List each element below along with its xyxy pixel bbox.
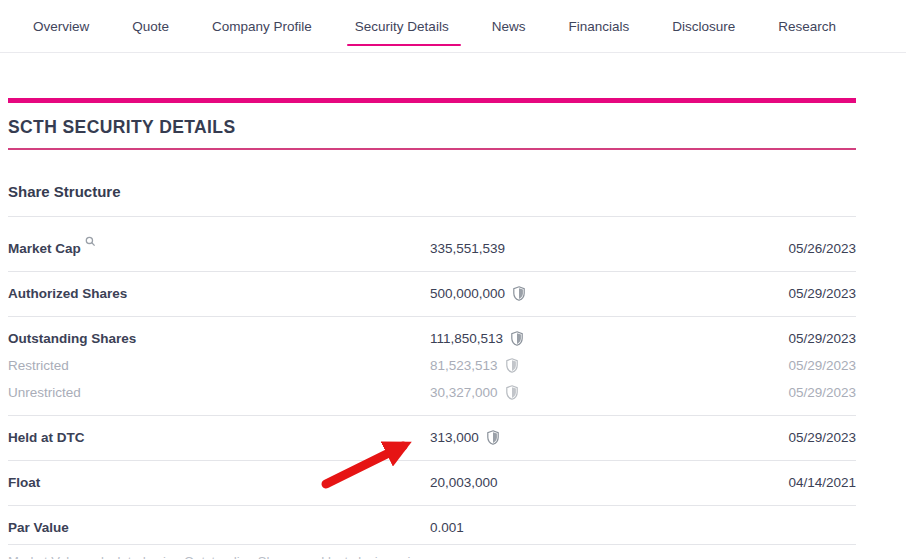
tab-research[interactable]: Research xyxy=(778,0,836,52)
tab-disclosure[interactable]: Disclosure xyxy=(672,0,735,52)
shield-icon[interactable] xyxy=(513,286,525,301)
security-details-page: SCTH SECURITY DETAILS Share Structure Ma… xyxy=(0,98,906,559)
tab-bar: Overview Quote Company Profile Security … xyxy=(0,0,906,53)
row-date: 05/29/2023 xyxy=(788,286,856,301)
row-label: Market Cap xyxy=(8,241,430,256)
table-row-market-cap: Market Cap 335,551,539 05/26/2023 xyxy=(8,217,856,272)
row-label: Par Value xyxy=(8,520,430,535)
tab-quote[interactable]: Quote xyxy=(132,0,169,52)
row-value: 313,000 xyxy=(430,430,499,445)
row-label: Outstanding Shares xyxy=(8,331,430,346)
tab-news[interactable]: News xyxy=(492,0,526,52)
row-value: 0.001 xyxy=(430,520,464,535)
table-row-par-value: Par Value 0.001 xyxy=(8,506,856,545)
section-title-share-structure: Share Structure xyxy=(8,183,856,200)
row-value: 20,003,000 xyxy=(430,475,498,490)
shield-icon[interactable] xyxy=(511,331,523,346)
shield-icon[interactable] xyxy=(487,430,499,445)
share-structure-table: Market Cap 335,551,539 05/26/2023 Author… xyxy=(8,216,856,545)
row-label: Held at DTC xyxy=(8,430,430,445)
row-value: 335,551,539 xyxy=(430,241,505,256)
table-row-held-at-dtc: Held at DTC 313,000 05/29/2023 xyxy=(8,416,856,461)
page-title: SCTH SECURITY DETAILS xyxy=(8,117,856,138)
row-label: Authorized Shares xyxy=(8,286,430,301)
table-row-outstanding-shares: Outstanding Shares 111,850,513 05/29/202… xyxy=(8,331,856,346)
table-row-unrestricted: Unrestricted 30,327,000 05/29/2023 xyxy=(8,385,856,400)
row-value: 30,327,000 xyxy=(430,385,518,400)
tab-financials[interactable]: Financials xyxy=(568,0,629,52)
tab-company-profile[interactable]: Company Profile xyxy=(212,0,312,52)
row-value: 500,000,000 xyxy=(430,286,525,301)
table-row-authorized-shares: Authorized Shares 500,000,000 05/29/2023 xyxy=(8,272,856,317)
row-date: 05/29/2023 xyxy=(788,385,856,400)
table-row-restricted: Restricted 81,523,513 05/29/2023 xyxy=(8,358,856,373)
row-label: Float xyxy=(8,475,430,490)
tab-overview[interactable]: Overview xyxy=(33,0,89,52)
row-date: 05/29/2023 xyxy=(788,358,856,373)
row-date: 05/29/2023 xyxy=(788,430,856,445)
table-group-outstanding-shares: Outstanding Shares 111,850,513 05/29/202… xyxy=(8,317,856,416)
row-label: Unrestricted xyxy=(8,385,430,400)
magnifier-icon[interactable] xyxy=(85,235,96,250)
row-date: 05/26/2023 xyxy=(788,241,856,256)
title-divider xyxy=(8,148,856,150)
market-value-footnote: Market Value calculated using Outstandin… xyxy=(8,554,856,559)
accent-bar xyxy=(8,98,856,103)
table-row-float: Float 20,003,000 04/14/2021 xyxy=(8,461,856,506)
shield-icon[interactable] xyxy=(506,358,518,373)
row-label: Restricted xyxy=(8,358,430,373)
shield-icon[interactable] xyxy=(506,385,518,400)
row-date: 04/14/2021 xyxy=(788,475,856,490)
row-value: 81,523,513 xyxy=(430,358,518,373)
row-value: 111,850,513 xyxy=(430,331,523,346)
row-date: 05/29/2023 xyxy=(788,331,856,346)
tab-security-details[interactable]: Security Details xyxy=(355,0,449,52)
